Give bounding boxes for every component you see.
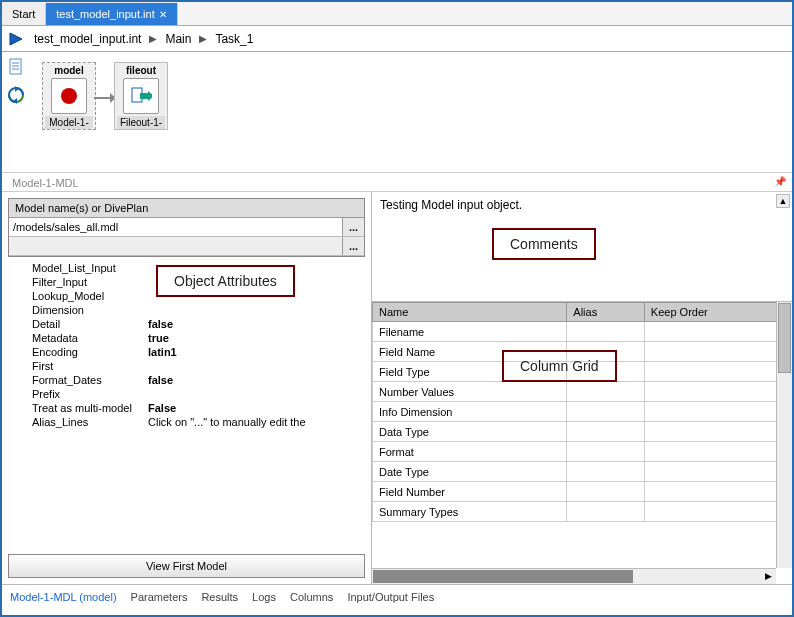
node-model[interactable]: model Model-1- [42, 62, 96, 130]
column-header[interactable]: Keep Order [644, 303, 791, 322]
cell-alias[interactable] [567, 382, 645, 402]
left-pane: Model name(s) or DivePlan ... ... Object… [2, 192, 372, 584]
svg-marker-0 [10, 33, 22, 45]
cell-alias[interactable] [567, 402, 645, 422]
attribute-row[interactable]: Metadatatrue [8, 331, 365, 345]
cell-alias[interactable] [567, 322, 645, 342]
attribute-key: Dimension [8, 304, 148, 316]
bottom-tab[interactable]: Columns [290, 591, 333, 603]
pin-icon[interactable]: 📌 [774, 176, 786, 187]
attribute-row[interactable]: Dimension [8, 303, 365, 317]
attribute-row[interactable]: Treat as multi-modelFalse [8, 401, 365, 415]
table-row[interactable]: Format [373, 442, 792, 462]
cell-keep-order[interactable] [644, 422, 791, 442]
breadcrumb: test_model_input.int ▶ Main ▶ Task_1 [2, 26, 792, 52]
run-icon[interactable] [8, 31, 26, 47]
table-row[interactable]: Info Dimension [373, 402, 792, 422]
cell-alias[interactable] [567, 502, 645, 522]
model-path-input-empty[interactable] [9, 237, 342, 255]
bottom-tabbar: Model-1-MDL (model)ParametersResultsLogs… [2, 584, 792, 608]
attribute-row[interactable]: Format_Datesfalse [8, 373, 365, 387]
cell-keep-order[interactable] [644, 402, 791, 422]
column-header[interactable]: Name [373, 303, 567, 322]
attribute-value [148, 304, 365, 316]
bottom-tab[interactable]: Model-1-MDL (model) [10, 591, 117, 603]
refresh-icon[interactable] [7, 86, 25, 106]
scroll-up-icon[interactable]: ▲ [776, 194, 790, 208]
cell-keep-order[interactable] [644, 502, 791, 522]
attribute-key: Lookup_Model [8, 290, 148, 302]
attribute-value: false [148, 374, 365, 386]
browse-button[interactable]: ... [342, 237, 364, 255]
table-row[interactable]: Data Type [373, 422, 792, 442]
vertical-scrollbar[interactable] [776, 302, 792, 568]
attribute-value [148, 360, 365, 372]
cell-alias[interactable] [567, 462, 645, 482]
annotation-comments: Comments [492, 228, 596, 260]
flow-arrow-icon [94, 92, 116, 104]
bottom-tab[interactable]: Logs [252, 591, 276, 603]
attribute-row[interactable]: Model_List_Input [8, 261, 365, 275]
node-fileout[interactable]: fileout Fileout-1- [114, 62, 168, 130]
table-row[interactable]: Field Name [373, 342, 792, 362]
table-row[interactable]: Date Type [373, 462, 792, 482]
close-icon[interactable]: ✕ [159, 9, 167, 20]
attribute-row[interactable]: Detailfalse [8, 317, 365, 331]
bottom-tab[interactable]: Parameters [131, 591, 188, 603]
cell-name: Summary Types [373, 502, 567, 522]
cell-alias[interactable] [567, 342, 645, 362]
attribute-key: Filter_Input [8, 276, 148, 288]
bottom-tab[interactable]: Input/Output Files [347, 591, 434, 603]
attribute-row[interactable]: First [8, 359, 365, 373]
cell-keep-order[interactable] [644, 342, 791, 362]
horizontal-scrollbar[interactable]: ◀ ▶ [372, 568, 776, 584]
crumb-2[interactable]: Task_1 [215, 32, 253, 46]
svg-marker-6 [13, 98, 17, 104]
cell-keep-order[interactable] [644, 462, 791, 482]
cell-name: Date Type [373, 462, 567, 482]
cell-name: Format [373, 442, 567, 462]
panel-label: Model-1-MDL 📌 [2, 172, 792, 192]
attribute-row[interactable]: Alias_LinesClick on "..." to manually ed… [8, 415, 365, 429]
attribute-row[interactable]: Prefix [8, 387, 365, 401]
comments-area[interactable]: Testing Model input object. ▲ Comments [372, 192, 792, 302]
cell-alias[interactable] [567, 442, 645, 462]
table-row[interactable]: Field Type [373, 362, 792, 382]
model-name-box: Model name(s) or DivePlan ... ... [8, 198, 365, 257]
cell-name: Field Name [373, 342, 567, 362]
table-row[interactable]: Summary Types [373, 502, 792, 522]
model-path-input[interactable] [9, 218, 342, 236]
browse-button[interactable]: ... [342, 218, 364, 236]
table-row[interactable]: Field Number [373, 482, 792, 502]
cell-alias[interactable] [567, 362, 645, 382]
attribute-row[interactable]: Filter_Input [8, 275, 365, 289]
chevron-right-icon: ▶ [149, 33, 157, 44]
flow-canvas[interactable]: model Model-1- fileout Fileout-1- [30, 52, 792, 172]
scroll-right-icon[interactable]: ▶ [760, 569, 776, 584]
attribute-row[interactable]: Lookup_Model [8, 289, 365, 303]
cell-keep-order[interactable] [644, 362, 791, 382]
tab-active-file[interactable]: test_model_input.int ✕ [46, 3, 177, 25]
cell-alias[interactable] [567, 482, 645, 502]
bottom-tab[interactable]: Results [201, 591, 238, 603]
table-row[interactable]: Number Values [373, 382, 792, 402]
cell-keep-order[interactable] [644, 382, 791, 402]
crumb-1[interactable]: Main [165, 32, 191, 46]
table-row[interactable]: Filename [373, 322, 792, 342]
tab-start[interactable]: Start [2, 3, 46, 25]
cell-keep-order[interactable] [644, 482, 791, 502]
attribute-key: Model_List_Input [8, 262, 148, 274]
cell-name: Number Values [373, 382, 567, 402]
column-grid: NameAliasKeep Order FilenameField NameFi… [372, 302, 792, 584]
document-icon[interactable] [8, 58, 24, 78]
cell-keep-order[interactable] [644, 322, 791, 342]
cell-keep-order[interactable] [644, 442, 791, 462]
attribute-row[interactable]: Encodinglatin1 [8, 345, 365, 359]
column-header[interactable]: Alias [567, 303, 645, 322]
attribute-key: Detail [8, 318, 148, 330]
crumb-0[interactable]: test_model_input.int [34, 32, 141, 46]
attribute-key: Alias_Lines [8, 416, 148, 428]
cell-name: Field Number [373, 482, 567, 502]
cell-alias[interactable] [567, 422, 645, 442]
view-first-model-button[interactable]: View First Model [8, 554, 365, 578]
